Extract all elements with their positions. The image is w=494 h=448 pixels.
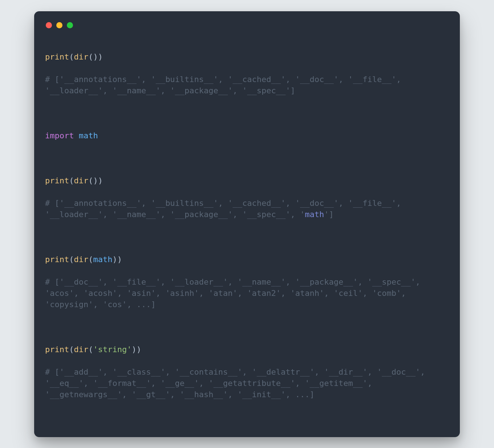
fn-dir: dir [74,345,88,354]
fn-print: print [45,255,69,264]
paren-close: ) [131,345,136,354]
module-math: math [93,255,112,264]
keyword-import: import [45,131,74,140]
paren-open: ( [69,255,74,264]
paren-close: ) [98,176,103,185]
paren-open: ( [69,176,74,185]
code-comment: # ['__doc__', '__file__', '__loader__', … [45,276,449,310]
comment-text: '] [324,210,334,219]
paren-close: ) [112,255,117,264]
code-window: print(dir()) # ['__annotations__', '__bu… [34,11,460,437]
paren-open: ( [69,345,74,354]
code-block: print(dir()) # ['__annotations__', '__bu… [45,40,449,423]
code-line: print(dir('string')) [45,344,449,355]
code-line: print(dir()) [45,51,449,62]
paren-open: ( [88,176,93,185]
paren-open: ( [88,52,93,61]
paren-close: ) [93,176,98,185]
module-math: math [79,131,98,140]
blank-line [45,107,449,119]
paren-close: ) [137,345,141,354]
fn-print: print [45,176,69,185]
fn-dir: dir [74,255,88,264]
fn-dir: dir [74,176,88,185]
blank-line [45,152,449,164]
paren-open: ( [88,255,93,264]
code-comment: # ['__annotations__', '__builtins__', '_… [45,197,449,220]
comment-text: # ['__annotations__', '__builtins__', '_… [45,199,406,219]
blank-line [45,321,449,333]
paren-close: ) [117,255,122,264]
fn-print: print [45,345,69,354]
close-icon[interactable] [46,22,52,28]
code-line: import math [45,130,449,141]
window-controls [45,21,449,40]
code-line: print(dir()) [45,175,449,186]
paren-close: ) [93,52,98,61]
paren-open: ( [69,52,74,61]
code-comment: # ['__annotations__', '__builtins__', '_… [45,74,449,96]
code-line: print(dir(math)) [45,254,449,265]
blank-line [45,231,449,243]
paren-open: ( [88,345,93,354]
string-literal: 'string' [93,345,131,354]
minimize-icon[interactable] [56,22,62,28]
paren-close: ) [98,52,103,61]
comment-module-ref: math [305,210,324,219]
maximize-icon[interactable] [67,22,73,28]
fn-print: print [45,52,69,61]
fn-dir: dir [74,52,88,61]
code-comment: # ['__add__', '__class__', '__contains__… [45,366,449,400]
